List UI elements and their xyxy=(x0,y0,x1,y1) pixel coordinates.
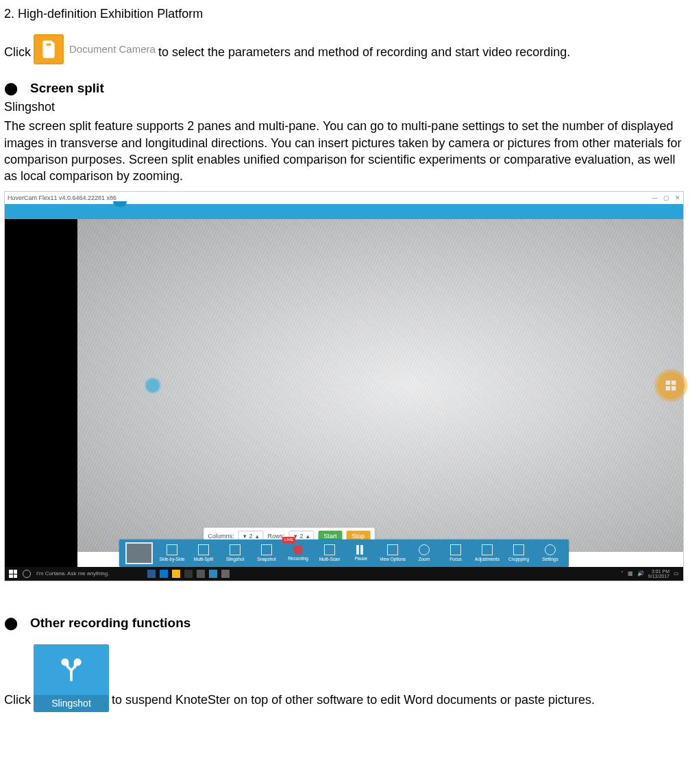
left-black-pane xyxy=(5,219,77,567)
windows-start-icon[interactable] xyxy=(9,570,17,578)
cortana-icon[interactable] xyxy=(23,570,31,578)
click-slingshot-row: Click Slingshot to suspend KnoteSter on … xyxy=(4,644,686,712)
click-prefix: Click xyxy=(4,44,31,64)
click-prefix-2: Click xyxy=(4,692,31,712)
document-camera-chip[interactable]: Document Camera xyxy=(34,34,156,64)
click-suffix-2: to suspend KnoteSter on top of other sof… xyxy=(112,692,595,712)
action-center-icon[interactable]: ▭ xyxy=(674,570,679,578)
toolbar-view-options[interactable]: View Options xyxy=(377,541,408,566)
toolbar-side-by-side[interactable]: Side-by-Side xyxy=(156,541,188,566)
explorer-icon[interactable] xyxy=(172,570,180,578)
side-action-badge[interactable] xyxy=(657,372,685,399)
toolbar-preview[interactable] xyxy=(122,541,156,566)
toolbar-slingshot[interactable]: Slingshot xyxy=(219,541,251,566)
app-icon[interactable] xyxy=(197,570,205,578)
hovercam-icon[interactable] xyxy=(209,570,217,578)
section-heading: 2. High-definition Exhibition Platform xyxy=(4,5,686,22)
document-camera-icon xyxy=(34,34,64,64)
toolbar-adjustments[interactable]: Adjustments xyxy=(471,541,503,566)
chevron-up-icon[interactable]: ˄ xyxy=(621,570,624,578)
bullet-marker-icon: ⬤ xyxy=(4,617,18,629)
bullet-marker-icon: ⬤ xyxy=(4,82,18,94)
toolbar-cropping[interactable]: Croppping xyxy=(503,541,534,566)
bullet-screen-split: ⬤ Screen split xyxy=(4,79,686,97)
toolbar-multi-split[interactable]: Multi-Split xyxy=(188,541,219,566)
toolbar-settings[interactable]: Settings xyxy=(534,541,566,566)
cortana-text[interactable]: I'm Cortana. Ask me anything. xyxy=(36,570,109,578)
bullet-title-screen-split: Screen split xyxy=(30,79,104,97)
network-icon[interactable]: ▦ xyxy=(628,570,633,578)
maximize-icon[interactable]: ▢ xyxy=(663,194,669,202)
toolbar-pause[interactable]: Pause xyxy=(345,541,377,566)
windows-taskbar: I'm Cortana. Ask me anything. ˄ ▦ 🔊 3:01… xyxy=(5,567,683,581)
screen-split-description: The screen split feature supports 2 pane… xyxy=(4,118,686,184)
clock-time: 3:01 PM xyxy=(648,569,669,574)
volume-icon[interactable]: 🔊 xyxy=(637,570,644,578)
recording-badge: LIVE xyxy=(282,537,295,542)
click-doccam-row: Click Document Camera to select the para… xyxy=(4,34,686,64)
toolbar-zoom[interactable]: Zoom xyxy=(408,541,440,566)
bullet-other-recording: ⬤ Other recording functions xyxy=(4,614,686,632)
taskview-icon[interactable] xyxy=(147,570,156,578)
slingshot-button[interactable]: Slingshot xyxy=(34,644,109,712)
left-handle-icon[interactable] xyxy=(146,379,160,392)
clock-date: 9/13/2017 xyxy=(648,574,669,579)
toolbar-snapshot[interactable]: Snapshot xyxy=(251,541,282,566)
app2-icon[interactable] xyxy=(221,570,230,578)
store-icon[interactable] xyxy=(184,570,193,578)
window-titlebar: HoverCam Flex11 v4.0.6464.22281 x86 — ▢ … xyxy=(5,192,683,204)
taskbar-apps[interactable] xyxy=(147,570,230,578)
camera-view xyxy=(77,219,683,552)
toolbar-focus[interactable]: Focus xyxy=(440,541,471,566)
app-screenshot: HoverCam Flex11 v4.0.6464.22281 x86 — ▢ … xyxy=(4,191,684,581)
slingshot-label: Slingshot xyxy=(34,695,109,712)
taskbar-tray[interactable]: ˄ ▦ 🔊 3:01 PM 9/13/2017 ▭ xyxy=(621,569,679,579)
close-icon[interactable]: ✕ xyxy=(675,194,680,202)
bottom-toolbar: Side-by-Side Multi-Split Slingshot Snaps… xyxy=(119,540,569,567)
slingshot-icon xyxy=(56,655,86,685)
window-title: HoverCam Flex11 v4.0.6464.22281 x86 xyxy=(8,194,116,202)
bullet-title-other-recording: Other recording functions xyxy=(30,614,190,632)
document-camera-label: Document Camera xyxy=(69,42,156,56)
toolbar-recording[interactable]: Recording xyxy=(282,541,314,566)
click-suffix: to select the parameters and method of r… xyxy=(158,44,570,64)
bullet-subtitle-slingshot: Slingshot xyxy=(4,99,686,115)
window-controls[interactable]: — ▢ ✕ xyxy=(652,194,680,202)
toolbar-multi-scan[interactable]: Multi-Scan xyxy=(314,541,345,566)
app-topbar xyxy=(5,204,683,219)
edge-icon[interactable] xyxy=(160,570,168,578)
minimize-icon[interactable]: — xyxy=(652,194,658,202)
